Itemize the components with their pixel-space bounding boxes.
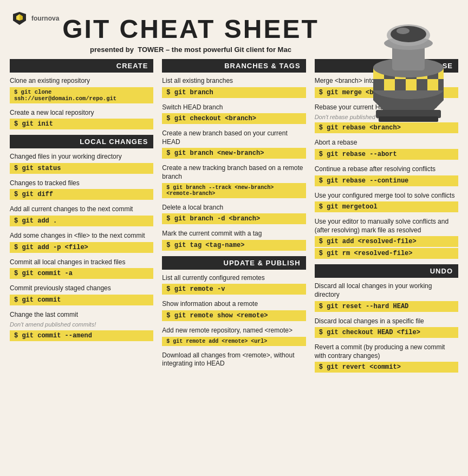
cmd-diff-code: $ git diff xyxy=(10,189,153,200)
cmd-mergetool: Use your configured merge tool to solve … xyxy=(315,192,458,213)
cmd-add-p-code: $ git add -p <file> xyxy=(10,242,153,253)
cmd-branch-delete-code: $ git branch -d <branch> xyxy=(162,213,306,224)
cmd-checkout: Switch HEAD branch $ git checkout <branc… xyxy=(162,103,306,125)
cmd-checkout-code: $ git checkout <branch> xyxy=(162,113,306,124)
fournova-icon xyxy=(11,10,28,27)
cmd-commit-desc: Commit previously staged changes xyxy=(10,284,153,293)
cmd-add-all-code: $ git add . xyxy=(10,216,153,226)
update-header: UPDATE & PUBLISH xyxy=(162,256,306,270)
cmd-tag-desc: Mark the current commit with a tag xyxy=(162,230,306,238)
create-header: CREATE xyxy=(10,59,153,73)
svg-rect-19 xyxy=(438,79,444,90)
svg-rect-17 xyxy=(417,79,427,90)
cmd-branch-list: List all existing branches $ git branch xyxy=(162,77,306,98)
cmd-reset-hard: Discard all local changes in your workin… xyxy=(315,282,458,311)
cmd-commit-code: $ git commit xyxy=(10,295,153,305)
col-middle: BRANCHES & TAGS List all existing branch… xyxy=(158,59,310,378)
subtitle-prefix: presented by xyxy=(90,45,134,54)
cmd-commit-a-code: $ git commit -a xyxy=(10,268,153,279)
svg-point-24 xyxy=(391,26,426,42)
cmd-branch-track-code: $ git branch --track <new-branch> <remot… xyxy=(162,183,306,198)
cmd-branch-delete-desc: Delete a local branch xyxy=(162,204,306,212)
cmd-resolve-add-code: $ git add <resolved-file> xyxy=(315,236,458,247)
page-title: GIT CHEAT SHEET xyxy=(11,16,370,42)
cmd-remote-show: Show information about a remote $ git re… xyxy=(162,300,306,321)
undo-header: UNDO xyxy=(315,264,458,278)
cmd-add-p-desc: Add some changes in <file> to the next c… xyxy=(10,232,153,240)
local-changes-header: LOCAL CHANGES xyxy=(10,135,153,148)
cmd-reset-hard-desc: Discard all local changes in your workin… xyxy=(315,282,458,299)
cmd-resolve: Use your editor to manually solve confli… xyxy=(315,218,458,259)
cmd-branch-list-code: $ git branch xyxy=(162,87,306,98)
svg-rect-27 xyxy=(379,116,438,122)
cmd-resolve-rm-code: $ git rm <resolved-file> xyxy=(315,248,458,259)
svg-rect-15 xyxy=(395,79,406,90)
cmd-checkout-desc: Switch HEAD branch xyxy=(162,103,306,112)
cmd-remote-v: List all currently configured remotes $ … xyxy=(162,274,306,295)
branches-header: BRANCHES & TAGS xyxy=(162,59,306,73)
cmd-remote-add-code: $ git remote add <remote> <url> xyxy=(162,337,306,346)
cmd-revert-desc: Revert a commit (by producing a new comm… xyxy=(315,343,458,360)
cmd-clone-desc: Clone an existing repository xyxy=(10,77,153,86)
cmd-checkout-file-code: $ git checkout HEAD <file> xyxy=(315,327,458,338)
cmd-commit-amend-desc: Change the last commit xyxy=(10,311,153,319)
tower-svg xyxy=(368,14,449,127)
logo-area: fournova xyxy=(11,10,59,27)
brand-name: fournova xyxy=(31,15,59,22)
cmd-mergetool-code: $ git mergetool xyxy=(315,201,458,212)
cmd-commit-a: Commit all local changes in tracked file… xyxy=(10,258,153,279)
cmd-reset-hard-code: $ git reset --hard HEAD xyxy=(315,301,458,312)
cmd-fetch: Download all changes from <remote>, with… xyxy=(162,351,306,368)
cmd-remote-show-desc: Show information about a remote xyxy=(162,300,306,309)
cmd-commit-amend-note: Don't amend published commits! xyxy=(10,321,153,328)
subtitle: presented by TOWER – the most powerful G… xyxy=(11,45,370,54)
cmd-branch-new: Create a new branch based on your curren… xyxy=(162,129,306,159)
cmd-commit: Commit previously staged changes $ git c… xyxy=(10,284,153,305)
cmd-resolve-desc: Use your editor to manually solve confli… xyxy=(315,218,458,234)
cmd-remote-show-code: $ git remote show <remote> xyxy=(162,310,306,321)
cmd-diff-desc: Changes to tracked files xyxy=(10,179,153,188)
svg-rect-16 xyxy=(406,79,417,90)
cmd-revert-code: $ git revert <commit> xyxy=(315,362,458,373)
cmd-checkout-file-desc: Discard local changes in a specific file xyxy=(315,317,458,326)
svg-rect-13 xyxy=(373,79,384,90)
cmd-commit-amend: Change the last commit Don't amend publi… xyxy=(10,311,153,341)
cmd-status: Changed files in your working directory … xyxy=(10,153,153,174)
cmd-remote-add-desc: Add new remote repository, named <remote… xyxy=(162,327,306,335)
cmd-branch-delete: Delete a local branch $ git branch -d <b… xyxy=(162,204,306,225)
cmd-branch-list-desc: List all existing branches xyxy=(162,77,306,86)
cmd-clone: Clone an existing repository $ git clone… xyxy=(10,77,153,103)
cmd-rebase-continue-desc: Continue a rebase after resolving confli… xyxy=(315,165,458,174)
cmd-branch-new-desc: Create a new branch based on your curren… xyxy=(162,129,306,146)
cmd-add-p: Add some changes in <file> to the next c… xyxy=(10,232,153,253)
col-left: CREATE Clone an existing repository $ gi… xyxy=(5,59,158,378)
subtitle-brand: TOWER xyxy=(138,45,164,54)
cmd-commit-amend-code: $ git commit --amend xyxy=(10,330,153,341)
cmd-remote-v-desc: List all currently configured remotes xyxy=(162,274,306,283)
cmd-branch-new-code: $ git branch <new-branch> xyxy=(162,148,306,159)
cmd-status-code: $ git status xyxy=(10,163,153,174)
cmd-add-all-desc: Add all current changes to the next comm… xyxy=(10,205,153,214)
cmd-checkout-file: Discard local changes in a specific file… xyxy=(315,317,458,338)
cmd-commit-a-desc: Commit all local changes in tracked file… xyxy=(10,258,153,267)
cmd-tag-code: $ git tag <tag-name> xyxy=(162,240,306,251)
cmd-init: Create a new local repository $ git init xyxy=(10,109,153,130)
cmd-remote-add: Add new remote repository, named <remote… xyxy=(162,327,306,346)
svg-rect-18 xyxy=(427,79,438,90)
cmd-init-desc: Create a new local repository xyxy=(10,109,153,118)
cmd-branch-track: Create a new tracking branch based on a … xyxy=(162,164,306,198)
cmd-branch-track-desc: Create a new tracking branch based on a … xyxy=(162,164,306,181)
cmd-remote-v-code: $ git remote -v xyxy=(162,284,306,295)
cmd-status-desc: Changed files in your working directory xyxy=(10,153,153,161)
cmd-clone-code: $ git clone ssh://user@domain.com/repo.g… xyxy=(10,87,153,103)
cmd-mergetool-desc: Use your configured merge tool to solve … xyxy=(315,192,458,200)
cmd-rebase-abort: Abort a rebase $ git rebase --abort xyxy=(315,139,458,160)
tower-illustration xyxy=(365,11,452,130)
svg-point-25 xyxy=(396,28,410,34)
cmd-rebase-continue: Continue a rebase after resolving confli… xyxy=(315,165,458,186)
svg-rect-14 xyxy=(384,79,395,90)
cmd-rebase-abort-desc: Abort a rebase xyxy=(315,139,458,147)
cmd-add-all: Add all current changes to the next comm… xyxy=(10,205,153,226)
cmd-fetch-desc: Download all changes from <remote>, with… xyxy=(162,351,306,368)
cmd-revert: Revert a commit (by producing a new comm… xyxy=(315,343,458,373)
